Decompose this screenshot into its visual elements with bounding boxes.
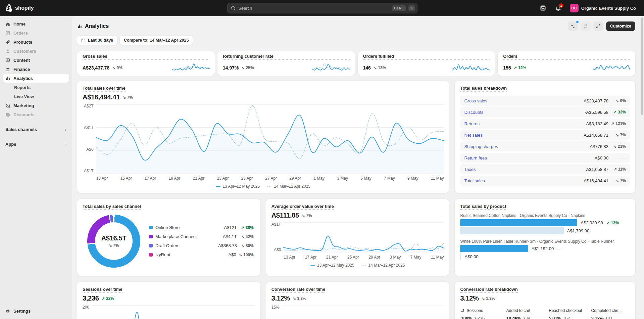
kpi-row: Gross sales A$23,437.78 ↘ 9% Returning c… bbox=[77, 51, 635, 76]
metric-link[interactable]: Shipping charges bbox=[464, 144, 590, 149]
bar-value: A$2,030.98 bbox=[581, 220, 603, 225]
sidebar-item-settings[interactable]: Settings bbox=[3, 307, 69, 315]
storefront-icon[interactable] bbox=[538, 3, 548, 13]
metric-link[interactable]: Taxes bbox=[464, 167, 586, 172]
kbd-ctrl: CTRL bbox=[392, 5, 406, 11]
chart-title[interactable]: Sessions over time bbox=[83, 287, 122, 293]
legend-swatch bbox=[149, 235, 153, 238]
customers-icon bbox=[5, 49, 10, 54]
metric-link[interactable]: Net sales bbox=[464, 133, 584, 138]
channel-name: Marketplace Connect bbox=[155, 234, 197, 239]
refresh-button[interactable] bbox=[581, 21, 591, 31]
chart-legend: 13 Apr–12 May 2025 ···14 Mar–12 Apr 2025 bbox=[271, 263, 444, 268]
store-name: Organic Events Supply Co bbox=[581, 6, 636, 11]
table-row: Return feesA$0.00— bbox=[460, 153, 630, 163]
bar-value: A$1,192.00 bbox=[532, 246, 554, 251]
search-input[interactable] bbox=[238, 6, 389, 11]
chart-title[interactable]: Average order value over time bbox=[271, 204, 334, 210]
kpi-card-gross-sales: Gross sales A$23,437.78 ↘ 9% bbox=[77, 51, 215, 76]
sidebar-item-home[interactable]: Home bbox=[3, 19, 69, 28]
funnel-step: Completed che... 3.12%101 bbox=[588, 308, 630, 319]
shopify-logo[interactable]: shopify bbox=[5, 4, 77, 12]
sidebar-item-discounts[interactable]: Discounts bbox=[3, 110, 69, 119]
sidebar-section-sales-channels[interactable]: Sales channels › bbox=[3, 125, 69, 134]
metric-link[interactable]: Gross sales bbox=[464, 98, 584, 103]
sidebar-item-products[interactable]: Products bbox=[3, 38, 69, 46]
sidebar-item-label: Content bbox=[13, 58, 30, 63]
sidebar-item-finance[interactable]: Finance bbox=[3, 65, 69, 74]
metric-value: -A$3,182.49 bbox=[585, 121, 608, 126]
sidebar-item-live-view[interactable]: Live View bbox=[3, 92, 69, 101]
metric-link[interactable]: Return fees bbox=[464, 155, 594, 161]
kpi-title[interactable]: Returning customer rate bbox=[223, 54, 350, 60]
channel-value: A$12T bbox=[224, 225, 237, 230]
shopify-bag-icon bbox=[5, 4, 13, 12]
legend-swatch bbox=[149, 244, 153, 247]
axis-tick: A$0 bbox=[86, 147, 93, 151]
product-bar-current[interactable] bbox=[460, 219, 577, 226]
account-menu[interactable]: OC Organic Events Supply Co bbox=[568, 2, 639, 14]
section-label: Apps bbox=[5, 142, 16, 147]
chart-title[interactable]: Total sales by sales channel bbox=[83, 204, 141, 210]
sidebar-item-marketing[interactable]: Marketing bbox=[3, 101, 69, 110]
axis-tick: 3 May bbox=[390, 255, 401, 260]
date-range-button[interactable]: Last 30 days bbox=[77, 36, 117, 45]
sidebar-item-customers[interactable]: Customers bbox=[3, 47, 69, 55]
insights-sparkle-button[interactable] bbox=[568, 21, 578, 31]
notifications-bell-icon[interactable]: 1 bbox=[553, 3, 564, 13]
scrollbar-thumb[interactable] bbox=[641, 17, 643, 115]
line-chart[interactable]: 13 Apr17 Apr21 Apr25 Apr29 Apr3 May7 May… bbox=[284, 223, 444, 260]
shopify-admin: shopify CTRL K 1 OC Organic Events Suppl… bbox=[0, 0, 644, 319]
sidebar-section-apps[interactable]: Apps › bbox=[3, 140, 69, 148]
sidebar-item-content[interactable]: Content bbox=[3, 56, 69, 64]
top-bar: shopify CTRL K 1 OC Organic Events Suppl… bbox=[0, 0, 644, 16]
line-chart[interactable] bbox=[282, 306, 444, 319]
product-bar-compare[interactable] bbox=[460, 227, 563, 234]
analytics-title-icon bbox=[77, 24, 82, 29]
funnel-step: Added to cart 10.48%339 bbox=[503, 308, 545, 319]
metric-value: A$776.83 bbox=[590, 144, 608, 149]
kpi-title[interactable]: Orders bbox=[503, 54, 630, 60]
chart-title[interactable]: Total sales over time bbox=[83, 86, 126, 92]
new-indicator-dot bbox=[576, 20, 579, 24]
donut-center-value: A$16.5T bbox=[101, 234, 127, 242]
product-bar-current[interactable] bbox=[460, 245, 528, 252]
metric-change: ↘ 7% bbox=[608, 178, 626, 183]
funnel-pct: 100% bbox=[461, 316, 472, 319]
line-chart[interactable]: 13 Apr15 Apr17 Apr19 Apr21 Apr23 Apr25 A… bbox=[96, 104, 444, 181]
funnel-step: Reached checkout 5.01%162 bbox=[545, 308, 587, 319]
page-scrollbar[interactable] bbox=[641, 17, 643, 318]
metric-change: ↘ 21% bbox=[608, 144, 626, 149]
axis-tick: 3 May bbox=[337, 176, 348, 181]
metric-value: -A$5,596.58 bbox=[585, 110, 608, 115]
list-item: IzyRentA$0↘ 100% bbox=[149, 252, 254, 257]
orders-icon bbox=[5, 31, 10, 36]
compare-to-button[interactable]: Compare to: 14 Mar–12 Apr 2025 bbox=[120, 36, 193, 45]
donut-chart[interactable]: A$16.5T ↘ 7% bbox=[87, 215, 140, 268]
breakdown-table: Gross salesA$23,437.78↘ 9% Discounts-A$5… bbox=[460, 96, 630, 186]
customize-button[interactable]: Customize bbox=[606, 21, 635, 31]
sidebar-item-analytics[interactable]: Analytics bbox=[3, 74, 69, 83]
search-bar[interactable]: CTRL K bbox=[227, 3, 417, 13]
metric-link[interactable]: Returns bbox=[464, 121, 585, 126]
product-name: Rustic Seamed Cotton Napkins · Organic E… bbox=[460, 213, 630, 218]
y-axis: A$2TA$1TA$0-A$1T bbox=[83, 104, 94, 173]
metric-link[interactable]: Total sales bbox=[464, 178, 584, 183]
sidebar-item-reports[interactable]: Reports bbox=[3, 83, 69, 92]
metric-link[interactable]: Discounts bbox=[464, 110, 585, 115]
chart-title[interactable]: Conversion rate breakdown bbox=[460, 287, 517, 293]
chart-title[interactable]: Conversion rate over time bbox=[271, 287, 325, 293]
product-bar-compare[interactable] bbox=[460, 253, 461, 260]
channel-change: ↗ 38% bbox=[240, 225, 254, 230]
table-row: Shipping chargesA$776.83↘ 21% bbox=[460, 141, 630, 151]
axis-tick: 7 May bbox=[410, 255, 422, 260]
fullscreen-button[interactable] bbox=[593, 21, 603, 31]
chart-title[interactable]: Total sales breakdown bbox=[460, 86, 506, 92]
sidebar-item-label: Analytics bbox=[13, 76, 33, 81]
line-chart[interactable] bbox=[92, 306, 255, 319]
chart-title[interactable]: Total sales by product bbox=[460, 204, 506, 210]
metric-value: A$16,494.41 bbox=[584, 178, 608, 183]
kpi-title[interactable]: Orders fulfilled bbox=[363, 54, 490, 60]
kpi-title[interactable]: Gross sales bbox=[83, 54, 209, 60]
sidebar-item-orders[interactable]: Orders bbox=[3, 29, 69, 37]
